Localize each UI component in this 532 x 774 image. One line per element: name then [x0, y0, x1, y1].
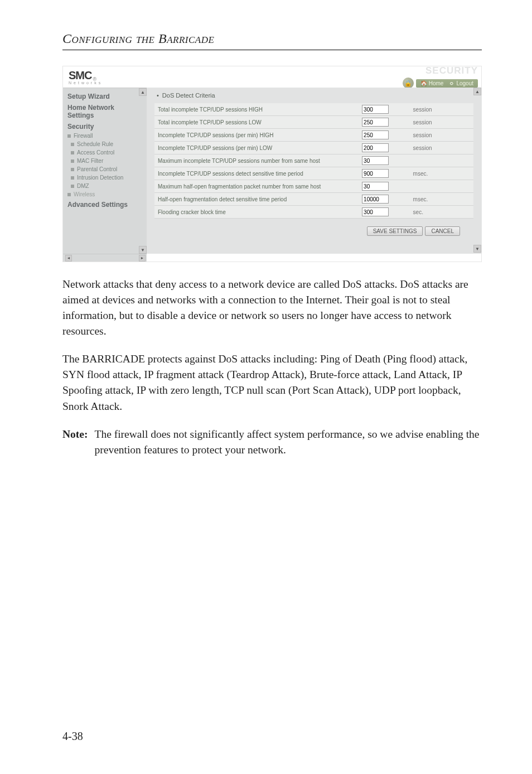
title-divider — [62, 50, 482, 50]
note-block: Note: The firewall does not significantl… — [62, 427, 482, 458]
row-value-cell — [359, 116, 410, 129]
note-label: Note: — [62, 427, 88, 458]
bullet-icon — [71, 159, 74, 163]
logout-icon: ⭘ — [449, 80, 454, 86]
home-link[interactable]: 🏠Home — [420, 80, 444, 86]
value-input[interactable] — [362, 169, 389, 178]
row-unit: session — [410, 129, 473, 142]
row-unit — [410, 154, 473, 167]
hscroll-right-icon[interactable]: ► — [139, 255, 146, 262]
bullet-icon — [71, 168, 74, 171]
paragraph-2: The BARRICADE protects against DoS attac… — [62, 351, 482, 414]
title-prefix: Configuring the — [62, 31, 158, 46]
top-links-bar: 🏠Home ⭘Logout — [416, 79, 478, 88]
table-row: Incomplete TCP/UDP sessions detect sensi… — [154, 167, 473, 180]
row-value-cell — [359, 103, 410, 116]
sidebar-scroll-up-icon[interactable]: ▲ — [139, 88, 147, 96]
row-unit: session — [410, 142, 473, 154]
table-row: Maximum half-open fragmentation packet n… — [154, 180, 473, 193]
page-number: 4-38 — [62, 730, 83, 743]
cancel-button[interactable]: CANCEL — [425, 226, 460, 236]
logo-subtext: Networks — [69, 81, 103, 85]
row-label: Half-open fragmentation detect sensitive… — [154, 193, 359, 206]
home-icon: 🏠 — [420, 80, 427, 86]
row-label: Total incomplete TCP/UDP sessions LOW — [154, 116, 359, 129]
row-unit: msec. — [410, 167, 473, 180]
panel-scroll-down-icon[interactable]: ▼ — [473, 245, 481, 253]
screenshot-bottom-scrollbar: ◄ ► — [63, 254, 147, 262]
sidebar-scroll-down-icon[interactable]: ▼ — [139, 246, 147, 254]
row-value-cell — [359, 154, 410, 167]
sidebar-item-advanced-settings[interactable]: Advanced Settings — [63, 199, 147, 210]
header-section-word: SECURITY — [425, 66, 478, 76]
value-input[interactable] — [362, 143, 389, 152]
bullet-icon — [71, 176, 74, 180]
row-value-cell — [359, 193, 410, 206]
value-input[interactable] — [362, 207, 389, 216]
smc-logo: SMC ® Networks — [69, 69, 103, 85]
router-ui-screenshot: SMC ® Networks SECURITY 🔒 🏠Home ⭘Logout … — [62, 66, 482, 262]
table-row: Incomplete TCP/UDP sessions (per min) HI… — [154, 129, 473, 142]
bullet-icon — [71, 185, 74, 188]
sidebar-item-setup-wizard[interactable]: Setup Wizard — [63, 90, 147, 101]
table-row: Total incomplete TCP/UDP sessions LOWses… — [154, 116, 473, 129]
row-unit — [410, 180, 473, 193]
sidebar-item-dmz[interactable]: DMZ — [63, 182, 147, 190]
bullet-icon — [71, 151, 74, 154]
row-label: Flooding cracker block time — [154, 206, 359, 219]
logout-link[interactable]: ⭘Logout — [449, 80, 473, 86]
logo-text: SMC — [69, 69, 91, 82]
row-unit: session — [410, 116, 473, 129]
section-heading: DoS Detect Criteria — [157, 92, 473, 99]
bullet-icon — [71, 143, 74, 146]
dos-criteria-table: Total incomplete TCP/UDP sessions HIGHse… — [154, 103, 473, 219]
save-settings-button[interactable]: SAVE SETTINGS — [367, 226, 423, 236]
panel-scroll-up-icon[interactable]: ▲ — [473, 88, 481, 95]
row-value-cell — [359, 142, 410, 154]
value-input[interactable] — [362, 130, 389, 139]
sidebar-item-firewall[interactable]: Firewall — [63, 132, 147, 140]
table-row: Incomplete TCP/UDP sessions (per min) LO… — [154, 142, 473, 154]
sidebar-item-parental-control[interactable]: Parental Control — [63, 165, 147, 173]
row-label: Incomplete TCP/UDP sessions detect sensi… — [154, 167, 359, 180]
row-value-cell — [359, 167, 410, 180]
sidebar-item-intrusion-detection[interactable]: Intrusion Detection — [63, 173, 147, 182]
paragraph-1: Network attacks that deny access to a ne… — [62, 277, 482, 339]
row-label: Incomplete TCP/UDP sessions (per min) LO… — [154, 142, 359, 154]
row-label: Maximum incomplete TCP/UDP sessions numb… — [154, 154, 359, 167]
value-input[interactable] — [362, 105, 389, 114]
note-text: The firewall does not significantly affe… — [94, 427, 482, 458]
row-value-cell — [359, 129, 410, 142]
hscroll-left-icon[interactable]: ◄ — [65, 255, 72, 262]
table-row: Flooding cracker block timesec. — [154, 206, 473, 219]
row-unit: sec. — [410, 206, 473, 219]
row-value-cell — [359, 206, 410, 219]
bullet-icon — [67, 134, 71, 138]
row-value-cell — [359, 180, 410, 193]
screenshot-header: SMC ® Networks SECURITY 🔒 🏠Home ⭘Logout — [63, 66, 481, 88]
main-panel: ▲ DoS Detect Criteria Total incomplete T… — [147, 88, 481, 254]
sidebar-item-security[interactable]: Security — [63, 120, 147, 132]
table-row: Total incomplete TCP/UDP sessions HIGHse… — [154, 103, 473, 116]
table-row: Half-open fragmentation detect sensitive… — [154, 193, 473, 206]
bullet-icon — [67, 193, 71, 196]
sidebar-item-mac-filter[interactable]: MAC Filter — [63, 157, 147, 165]
sidebar-item-access-control[interactable]: Access Control — [63, 148, 147, 157]
row-label: Total incomplete TCP/UDP sessions HIGH — [154, 103, 359, 116]
row-unit: session — [410, 103, 473, 116]
row-label: Maximum half-open fragmentation packet n… — [154, 180, 359, 193]
lock-icon: 🔒 — [403, 78, 414, 89]
row-unit: msec. — [410, 193, 473, 206]
sidebar: ▲ Setup Wizard Home Network Settings Sec… — [63, 88, 147, 254]
table-row: Maximum incomplete TCP/UDP sessions numb… — [154, 154, 473, 167]
value-input[interactable] — [362, 182, 389, 191]
row-label: Incomplete TCP/UDP sessions (per min) HI… — [154, 129, 359, 142]
value-input[interactable] — [362, 118, 389, 127]
sidebar-item-wireless[interactable]: Wireless — [63, 190, 147, 199]
value-input[interactable] — [362, 195, 389, 204]
page-title: Configuring the Barricade — [62, 31, 482, 46]
sidebar-item-home-network-settings[interactable]: Home Network Settings — [63, 101, 147, 120]
value-input[interactable] — [362, 156, 389, 165]
title-main: Barricade — [158, 31, 214, 46]
sidebar-item-schedule-rule[interactable]: Schedule Rule — [63, 140, 147, 148]
